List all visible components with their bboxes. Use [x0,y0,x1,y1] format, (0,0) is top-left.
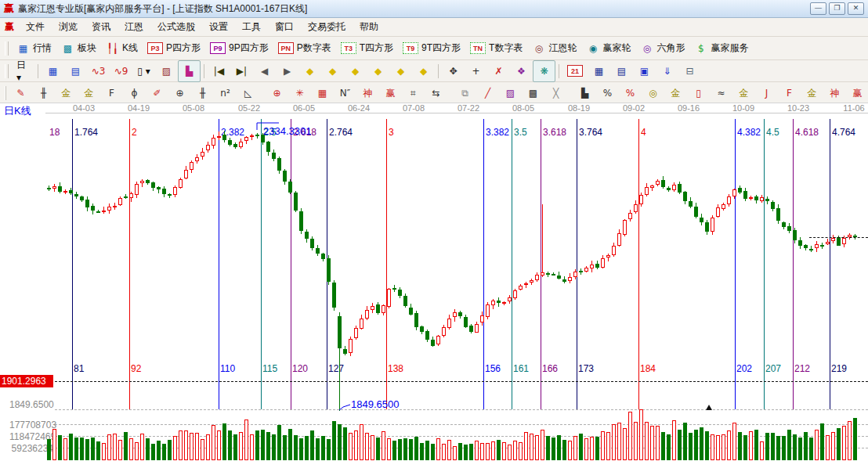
gold-line2-button[interactable]: 金 [732,82,755,104]
info-panel-button[interactable]: ▤ [64,60,87,82]
shen-line-button[interactable]: 神 [823,82,846,104]
ying-line-button[interactable]: 赢 [846,82,868,104]
width-arrows-button[interactable]: ⇆ [425,82,447,104]
pattern-window-icon: ▨ [160,65,173,77]
child-window-logo-icon[interactable]: 赢 [5,20,14,34]
circle-tool-button[interactable]: ⊕ [168,82,191,104]
diamond-shift-right-button[interactable]: ◆ [321,60,344,82]
quotes-button[interactable]: ▦行情 [12,38,56,59]
volume-bar [58,435,62,460]
hatch-button[interactable]: ╳ [544,82,567,104]
gann-count-label-12: 184 [640,363,656,374]
shen-tool-button[interactable]: 神 [356,82,379,104]
compass-cross-button[interactable]: ⊕ [266,82,288,104]
calculator-button[interactable]: ▦ [588,60,610,82]
golden-section-button[interactable]: 金 [55,82,78,104]
diamond-fit-button[interactable]: ◆ [389,60,412,82]
kline-button[interactable]: ╿╽K线 [101,38,143,59]
menu-item-5[interactable]: 设置 [202,18,235,36]
menu-item-1[interactable]: 浏览 [52,18,85,36]
menu-item-7[interactable]: 窗口 [268,18,301,36]
spider-web-button[interactable]: ✳ [288,82,311,104]
diamond-shift-left-button[interactable]: ◆ [298,60,321,82]
red-fan-button[interactable]: ╱ [476,82,499,104]
gann-box-tool-button[interactable]: ❖ [510,60,533,82]
spiral-button[interactable]: ϕ [123,82,146,104]
save-button[interactable]: ▣ [633,60,656,82]
ying-tool-button[interactable]: 赢 [379,82,402,104]
print-setup-button[interactable]: ⊟ [678,60,701,82]
erase-tool-button[interactable]: ✗ [487,60,510,82]
volume-bar [305,436,309,460]
t-number-button[interactable]: TNT数字表 [465,38,527,59]
memo-button[interactable]: ▤ [610,60,633,82]
p-number-button[interactable]: PNP数字表 [273,38,336,59]
menu-item-2[interactable]: 资讯 [85,18,118,36]
fibonacci-button[interactable]: F [100,82,123,104]
marker-pen-button[interactable]: ✐ [146,82,168,104]
menu-item-9[interactable]: 帮助 [353,18,385,36]
restore-button[interactable]: ❐ [829,2,845,15]
diamond-expand-all-button[interactable]: ◆ [412,60,435,82]
prev-button[interactable]: ◀ [253,60,276,82]
winner-wheel-button[interactable]: ◉赢家轮 [581,38,635,59]
candle-style-selector[interactable]: ▯ ▾ [132,60,155,82]
menu-item-4[interactable]: 公式选股 [150,18,202,36]
layout-box-button[interactable]: ⧉ [454,82,476,104]
grid-box-button[interactable]: ▦ [311,82,334,104]
menu-item-0[interactable]: 文件 [19,18,52,36]
volume-panel-button[interactable]: ▙ [178,60,201,82]
ruler2-button[interactable]: ╫ [191,82,214,104]
calendar-button[interactable]: 21 [562,60,588,82]
menu-item-3[interactable]: 江恩 [118,18,150,36]
first-page-button[interactable]: |◀ [208,60,230,82]
n-wave-button[interactable]: N″ [334,82,356,104]
export-button[interactable]: ⇓ [656,60,678,82]
kline-chart-area[interactable]: 日K线 04-0304-1905-0805-2206-0506-2407-080… [0,103,868,461]
smart-analysis-button[interactable]: ❋ [533,60,555,82]
p-square-button[interactable]: P3P四方形 [143,38,205,59]
last-page-button[interactable]: ▶| [230,60,253,82]
gold-line3-button[interactable]: 金 [801,82,823,104]
pan-tool-button[interactable]: ✥ [442,60,465,82]
ruler-button[interactable]: ╫ [32,82,55,104]
draw-pen-button[interactable]: ✎ [9,82,32,104]
angle-tool-button[interactable]: ◺ [237,82,259,104]
stat-table-button[interactable]: ▙ [573,82,596,104]
candle [277,158,281,171]
dark-fan-button[interactable]: ▩ [522,82,544,104]
diamond-expand-horizontal-button[interactable]: ◆ [344,60,367,82]
golden-section2-button[interactable]: 金 [78,82,100,104]
menu-item-8[interactable]: 交易委托 [301,18,353,36]
number-grid-button[interactable]: ⌗ [402,82,425,104]
menu-item-6[interactable]: 工具 [235,18,268,36]
t-square-button[interactable]: T3T四方形 [336,38,398,59]
candle-edit-button[interactable]: ▯ [687,82,710,104]
crosshair-tool-button[interactable]: + [465,60,487,82]
percent-line-button[interactable]: % [619,82,642,104]
layout-window-button[interactable]: ▦ [42,60,64,82]
hexagon-button[interactable]: ◎六角形 [635,38,689,59]
gold-line-button[interactable]: 金 [664,82,687,104]
wave3-button[interactable]: ∿3 [87,60,110,82]
minimize-button[interactable]: — [810,2,826,15]
period-selector[interactable]: 日 ▾ [12,60,34,82]
n-square-button[interactable]: n² [214,82,237,104]
9p-square-button[interactable]: P99P四方形 [205,38,273,59]
winner-service-button[interactable]: $赢家服务 [689,38,753,59]
diamond-compress-button[interactable]: ◆ [367,60,389,82]
percent-button[interactable]: % [596,82,619,104]
gann-circle-gold-button[interactable]: ◎ [642,82,664,104]
candle [447,319,451,328]
f-line-button[interactable]: F [778,82,801,104]
sectors-button[interactable]: ▩板块 [56,38,101,59]
wave9-button[interactable]: ∿9 [110,60,132,82]
purple-fan-button[interactable]: ▨ [499,82,522,104]
close-button[interactable]: ✕ [848,2,864,15]
wave-channel-button[interactable]: ≈ [710,82,732,104]
next-button[interactable]: ▶ [276,60,298,82]
j-line-button[interactable]: J [755,82,778,104]
kline-pattern-button[interactable]: ▨ [155,60,178,82]
gann-wheel-button[interactable]: ◎江恩轮 [527,38,581,59]
9t-square-button[interactable]: T99T四方形 [398,38,465,59]
